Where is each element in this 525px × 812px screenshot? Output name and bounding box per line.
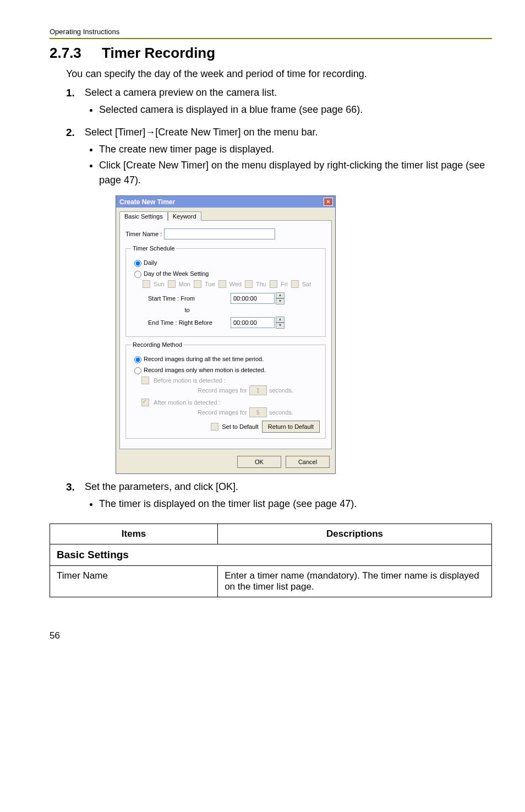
to-label: to — [132, 307, 243, 313]
end-time-spinner[interactable]: ▲▼ — [276, 317, 285, 329]
after-record-for-label: Record images for — [198, 409, 247, 416]
check-wed — [218, 280, 226, 288]
step-1-text: Select a camera preview on the camera li… — [85, 87, 277, 98]
cancel-button[interactable]: Cancel — [286, 456, 330, 468]
step-3-bullet-1: The timer is displayed on the timer list… — [99, 497, 492, 511]
arrow-icon: → — [145, 127, 155, 138]
before-motion-row: Before motion is detected : — [141, 377, 320, 384]
section-heading: 2.7.3Timer Recording — [50, 45, 492, 62]
start-time-input[interactable]: 00:00:00 — [231, 293, 275, 304]
recording-method-group: Recording Method Record images during al… — [125, 341, 326, 439]
intro-text: You can specify the day of the week and … — [66, 67, 492, 81]
tab-keyword[interactable]: Keyword — [168, 211, 201, 221]
check-sun — [143, 280, 150, 288]
step-2-number: 2. — [66, 125, 85, 192]
timer-name-input[interactable] — [164, 228, 275, 239]
step-2-text-pre: Select [Timer] — [85, 127, 145, 138]
radio-record-motion[interactable] — [134, 367, 141, 374]
th-items: Items — [50, 524, 218, 544]
cell-timer-name-desc: Enter a timer name (mandatory). The time… — [218, 566, 492, 597]
header-rule — [50, 38, 492, 39]
end-time-label: End Time : Right Before — [148, 319, 231, 326]
step-3-number: 3. — [66, 479, 85, 516]
step-2-bullet-2: Click [Create New Timer] on the menu dis… — [99, 158, 492, 188]
after-motion-row: After motion is detected : — [141, 399, 320, 406]
label-sat: Sat — [302, 281, 311, 287]
start-time-spinner[interactable]: ▲▼ — [276, 292, 285, 304]
label-wed: Wed — [229, 281, 242, 287]
set-to-default-label: Set to Default — [222, 423, 259, 430]
check-thu — [245, 280, 253, 288]
check-before-motion — [141, 377, 149, 384]
end-time-input[interactable]: 00:00:00 — [231, 317, 275, 328]
dialog-title: Create New Timer — [119, 198, 175, 206]
ok-button[interactable]: OK — [237, 456, 281, 468]
timer-schedule-group: Timer Schedule Daily Day of the Week Set… — [125, 245, 326, 337]
page-number: 56 — [50, 630, 492, 641]
create-new-timer-dialog: Create New Timer × Basic SettingsKeyword… — [116, 195, 336, 474]
radio-daily-label: Daily — [144, 259, 157, 266]
after-motion-label: After motion is detected : — [154, 399, 221, 406]
radio-record-all-label: Record images during all the set time pe… — [144, 356, 264, 362]
check-mon — [168, 280, 176, 288]
check-sat — [291, 280, 299, 288]
step-1-bullet-1: Selected camera is displayed in a blue f… — [99, 102, 492, 117]
dialog-tabpanel: Timer Name : Timer Schedule Daily Day of… — [119, 220, 332, 449]
step-1: 1. Select a camera preview on the camera… — [66, 85, 492, 122]
dialog-titlebar: Create New Timer × — [116, 196, 335, 208]
radio-record-all[interactable] — [134, 356, 141, 363]
start-time-label: Start Time : From — [148, 295, 231, 302]
step-3: 3. Set the parameters, and click [OK]. T… — [66, 479, 492, 516]
label-tue: Tue — [205, 281, 215, 287]
cell-timer-name: Timer Name — [50, 566, 218, 597]
step-3-text: Set the parameters, and click [OK]. — [85, 481, 238, 492]
check-tue — [194, 280, 201, 288]
th-descriptions: Descriptions — [218, 524, 492, 544]
label-sun: Sun — [154, 281, 165, 287]
check-after-motion — [141, 399, 149, 406]
recording-method-legend: Recording Method — [132, 341, 183, 348]
section-number: 2.7.3 — [50, 45, 102, 62]
radio-day-of-week-label: Day of the Week Setting — [144, 270, 209, 277]
row-basic-settings: Basic Settings — [50, 544, 492, 566]
before-motion-subrow: Record images for 1 seconds. — [198, 385, 320, 395]
label-fri: Fri — [281, 281, 288, 287]
radio-day-of-week[interactable] — [134, 271, 141, 278]
before-seconds-label: seconds. — [269, 387, 293, 394]
tab-basic-settings[interactable]: Basic Settings — [119, 211, 168, 221]
running-header: Operating Instructions — [50, 0, 492, 38]
after-seconds-select: 5 — [249, 407, 267, 417]
section-title: Timer Recording — [102, 45, 215, 61]
step-2-text-post: [Create New Timer] on the menu bar. — [155, 127, 318, 138]
after-seconds-label: seconds. — [269, 409, 293, 416]
radio-daily[interactable] — [134, 260, 141, 267]
before-seconds-select: 1 — [249, 385, 267, 395]
dialog-tabstrip: Basic SettingsKeyword — [116, 208, 335, 220]
before-record-for-label: Record images for — [198, 387, 247, 394]
step-2-bullet-1: The create new timer page is displayed. — [99, 142, 492, 157]
label-thu: Thu — [256, 281, 266, 287]
step-2: 2. Select [Timer]→[Create New Timer] on … — [66, 125, 492, 192]
after-motion-subrow: Record images for 5 seconds. — [198, 407, 320, 417]
return-to-default-button[interactable]: Return to Default — [262, 421, 320, 433]
before-motion-label: Before motion is detected : — [154, 377, 226, 384]
check-set-to-default[interactable] — [211, 423, 218, 430]
radio-record-motion-label: Record images only when motion is detect… — [144, 367, 266, 373]
timer-name-label: Timer Name : — [125, 231, 162, 237]
day-of-week-row: Sun Mon Tue Wed Thu Fri Sat — [143, 280, 320, 288]
timer-schedule-legend: Timer Schedule — [132, 245, 176, 252]
description-table: Items Descriptions Basic Settings Timer … — [50, 524, 492, 597]
label-mon: Mon — [179, 281, 190, 287]
step-1-number: 1. — [66, 85, 85, 122]
check-fri — [270, 280, 277, 288]
close-icon[interactable]: × — [324, 198, 333, 206]
